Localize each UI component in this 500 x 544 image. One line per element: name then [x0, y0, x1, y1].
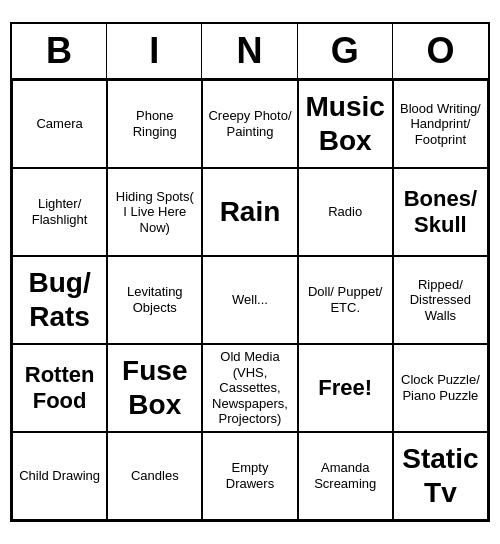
bingo-cell-3: Music Box — [298, 80, 393, 168]
bingo-cell-18: Free! — [298, 344, 393, 432]
bingo-letter-b: B — [12, 24, 107, 78]
bingo-card: BINGO CameraPhone RingingCreepy Photo/ P… — [10, 22, 490, 522]
bingo-cell-16: Fuse Box — [107, 344, 202, 432]
bingo-cell-6: Hiding Spots( I Live Here Now) — [107, 168, 202, 256]
bingo-cell-4: Blood Writing/ Handprint/ Footprint — [393, 80, 488, 168]
bingo-cell-11: Levitating Objects — [107, 256, 202, 344]
bingo-cell-10: Bug/ Rats — [12, 256, 107, 344]
bingo-cell-1: Phone Ringing — [107, 80, 202, 168]
bingo-cell-12: Well... — [202, 256, 297, 344]
bingo-cell-5: Lighter/ Flashlight — [12, 168, 107, 256]
bingo-letter-g: G — [298, 24, 393, 78]
bingo-letter-i: I — [107, 24, 202, 78]
bingo-grid: CameraPhone RingingCreepy Photo/ Paintin… — [12, 80, 488, 520]
bingo-cell-20: Child Drawing — [12, 432, 107, 520]
bingo-cell-19: Clock Puzzle/ Piano Puzzle — [393, 344, 488, 432]
bingo-cell-0: Camera — [12, 80, 107, 168]
bingo-cell-23: Amanda Screaming — [298, 432, 393, 520]
bingo-cell-22: Empty Drawers — [202, 432, 297, 520]
bingo-cell-15: Rotten Food — [12, 344, 107, 432]
bingo-cell-14: Ripped/ Distressed Walls — [393, 256, 488, 344]
bingo-letter-n: N — [202, 24, 297, 78]
bingo-cell-2: Creepy Photo/ Painting — [202, 80, 297, 168]
bingo-cell-24: Static Tv — [393, 432, 488, 520]
bingo-header: BINGO — [12, 24, 488, 80]
bingo-cell-9: Bones/ Skull — [393, 168, 488, 256]
bingo-cell-7: Rain — [202, 168, 297, 256]
bingo-cell-8: Radio — [298, 168, 393, 256]
bingo-cell-17: Old Media (VHS, Cassettes, Newspapers, P… — [202, 344, 297, 432]
bingo-cell-13: Doll/ Puppet/ ETC. — [298, 256, 393, 344]
bingo-letter-o: O — [393, 24, 488, 78]
bingo-cell-21: Candles — [107, 432, 202, 520]
